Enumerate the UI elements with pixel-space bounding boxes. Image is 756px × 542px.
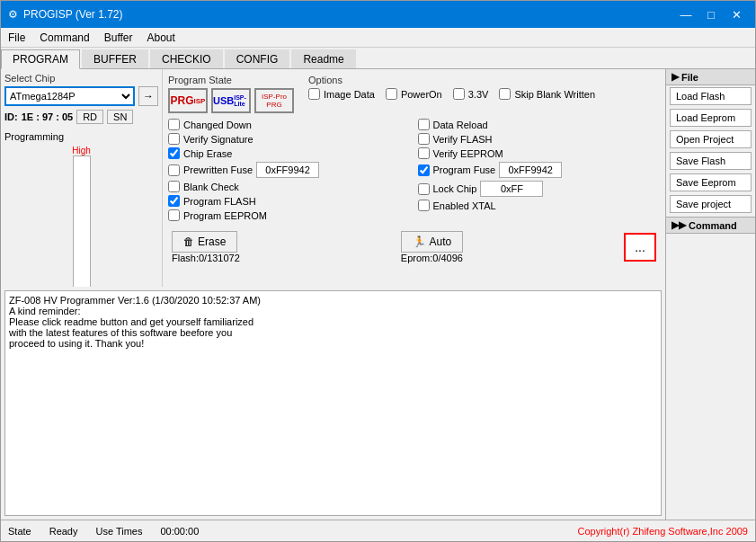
program-eeprom-label[interactable]: Program EEPROM [168,209,411,221]
enabled-xtal-checkbox[interactable] [418,200,430,211]
prewritten-fuse-label[interactable]: Prewritten Fuse [168,164,253,176]
erase-button[interactable]: 🗑 Erase [172,231,237,253]
data-reload-label[interactable]: Data Reload [418,119,661,130]
center-column: Program State PRGISP USBISP-Lite ISP-Pro… [163,69,665,287]
maximize-button[interactable]: □ [699,5,723,23]
skip-blank-checkbox-label[interactable]: Skip Blank Written [499,88,595,100]
prewritten-fuse-input[interactable] [256,162,319,178]
sn-button[interactable]: SN [107,110,133,124]
data-reload-checkbox[interactable] [418,119,430,130]
prog-icons-row: PRGISP USBISP-Lite ISP-ProPRG [168,88,294,113]
image-data-checkbox-label[interactable]: Image Data [308,88,375,100]
options-section: Options Image Data PowerOn [308,75,595,100]
menu-file[interactable]: File [1,30,32,46]
image-data-label: Image Data [324,89,375,100]
chip-erase-label[interactable]: Chip Erase [168,147,411,159]
blank-check-label[interactable]: Blank Check [168,181,411,192]
program-fuse-checkbox[interactable] [418,164,430,176]
programming-bar-wrapper: High Low [4,146,158,287]
program-fuse-input[interactable] [499,162,562,178]
tab-buffer[interactable]: BUFFER [82,49,148,68]
copyright-text: Copyright(r) Zhifeng Software,Inc 2009 [577,526,748,537]
menu-buffer[interactable]: Buffer [97,30,140,46]
skip-blank-label: Skip Blank Written [514,89,595,100]
programming-label: Programming [4,131,158,142]
progress-bar-container [73,155,91,287]
program-area: Select Chip ATmega1284P → ID: 1E : 97 : … [1,69,665,287]
checkboxes-grid: Changed Down Verify Signature Chip Erase [168,119,660,224]
id-label: ID: [4,111,18,122]
tab-readme[interactable]: Readme [291,49,355,68]
title-bar: ⚙ PROGISP (Ver 1.72) — □ ✕ [1,1,755,28]
save-project-button[interactable]: Save project [670,195,752,213]
blank-check-checkbox[interactable] [168,181,180,192]
minimize-button[interactable]: — [674,5,698,23]
lock-chip-label[interactable]: Lock Chip [418,183,477,195]
verify-sig-label[interactable]: Verify Signature [168,133,411,145]
flash-info: Flash:0/131072 [172,253,240,263]
lock-chip-checkbox[interactable] [418,183,430,195]
right-sidebar: ▶ File Load Flash Load Eeprom Open Proje… [665,69,755,520]
log-line-0: ZF-008 HV Programmer Ver:1.6 (1/30/2020 … [9,295,657,306]
save-flash-button[interactable]: Save Flash [670,152,752,170]
tab-checkio[interactable]: CHECKIO [150,49,223,68]
menu-command[interactable]: Command [32,30,96,46]
program-fuse-label[interactable]: Program Fuse [418,164,496,176]
use-times-label: Use Times [95,526,142,537]
changed-down-checkbox[interactable] [168,119,180,130]
state-value: Ready [49,526,78,537]
title-bar-controls: — □ ✕ [674,5,748,23]
file-chevron-icon: ▶ [672,71,679,83]
rd-button[interactable]: RD [76,110,103,124]
close-button[interactable]: ✕ [725,5,748,23]
select-chip-section: Select Chip ATmega1284P → ID: 1E : 97 : … [4,73,158,124]
auto-button[interactable]: 🏃 Auto [401,231,464,253]
enabled-xtal-label[interactable]: Enabled XTAL [418,200,661,211]
bottom-buttons: 🗑 Erase Flash:0/131072 🏃 Auto Eprom:0/40… [168,231,660,263]
poweron-checkbox[interactable] [386,88,397,100]
options-label: Options [308,75,595,85]
auto-icon: 🏃 [413,235,426,248]
log-line-1: A kind reminder: [9,306,657,316]
v33-checkbox[interactable] [453,88,465,100]
chip-arrow-button[interactable]: → [138,86,158,106]
prewritten-fuse-row: Prewritten Fuse [168,162,411,178]
verify-eeprom-label[interactable]: Verify EEPROM [418,147,661,159]
erase-section: 🗑 Erase Flash:0/131072 [172,231,240,263]
changed-down-label[interactable]: Changed Down [168,119,411,130]
verify-sig-checkbox[interactable] [168,133,180,145]
verify-flash-label[interactable]: Verify FLASH [418,133,661,145]
load-flash-button[interactable]: Load Flash [670,87,752,105]
title-bar-left: ⚙ PROGISP (Ver 1.72) [8,8,123,21]
verify-eeprom-checkbox[interactable] [418,147,430,159]
main-window: ⚙ PROGISP (Ver 1.72) — □ ✕ File Command … [0,0,756,542]
eprom-info: Eprom:0/4096 [401,253,464,263]
erase-label: Erase [198,235,226,248]
v33-checkbox-label[interactable]: 3.3V [453,88,489,100]
load-eeprom-button[interactable]: Load Eeprom [670,109,752,127]
chip-erase-checkbox[interactable] [168,147,180,159]
open-project-button[interactable]: Open Project [670,130,752,148]
id-row: ID: 1E : 97 : 05 RD SN [4,110,158,124]
app-title: PROGISP (Ver 1.72) [23,8,123,21]
tab-bar: PROGRAM BUFFER CHECKIO CONFIG Readme [1,48,755,69]
dots-button[interactable]: ... [624,233,656,262]
save-eeprom-button[interactable]: Save Eeprom [670,173,752,191]
command-header-label: Command [689,220,737,231]
log-line-4: proceed to using it. Thank you! [9,338,657,349]
lock-chip-input[interactable] [480,181,543,197]
verify-flash-checkbox[interactable] [418,133,430,145]
tab-config[interactable]: CONFIG [225,49,290,68]
image-data-checkbox[interactable] [308,88,320,100]
auto-label: Auto [430,235,452,248]
program-flash-label[interactable]: Program FLASH [168,195,411,207]
program-flash-checkbox[interactable] [168,195,180,207]
program-state-label: Program State [168,75,294,85]
program-eeprom-checkbox[interactable] [168,209,180,221]
skip-blank-checkbox[interactable] [499,88,511,100]
chip-select[interactable]: ATmega1284P [4,86,135,106]
poweron-checkbox-label[interactable]: PowerOn [386,88,442,100]
tab-program[interactable]: PROGRAM [1,49,80,69]
menu-about[interactable]: About [140,30,182,46]
prewritten-fuse-checkbox[interactable] [168,164,180,176]
